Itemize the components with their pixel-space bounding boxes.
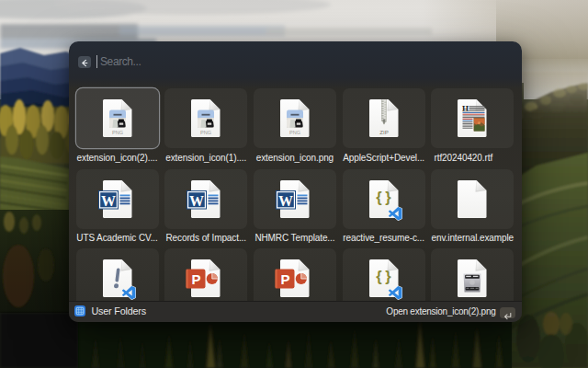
svg-text:PNG: PNG [289, 130, 300, 135]
svg-text:PNG: PNG [200, 130, 211, 135]
svg-text:{: { [376, 188, 382, 204]
svg-text:W: W [189, 192, 204, 208]
svg-text:ZIP: ZIP [379, 129, 389, 135]
svg-text:}: } [385, 188, 391, 204]
svg-text:{: { [376, 268, 382, 284]
svg-text:P: P [280, 271, 289, 287]
svg-text:W: W [101, 192, 116, 208]
svg-text:W: W [278, 192, 293, 208]
svg-text:}: } [385, 268, 391, 284]
svg-text:PNG: PNG [111, 130, 122, 135]
svg-text:P: P [192, 271, 201, 287]
